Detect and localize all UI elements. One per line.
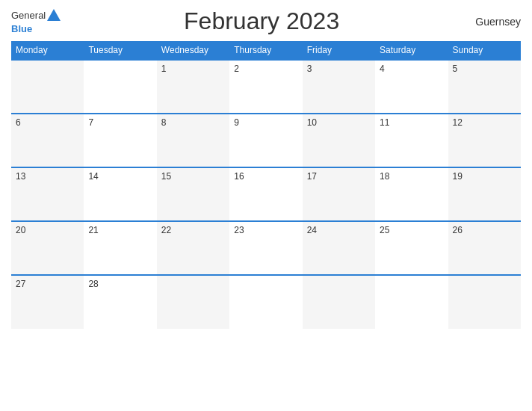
day-28: 28: [84, 275, 156, 329]
col-thursday: Thursday: [229, 41, 302, 60]
day-12: 12: [448, 114, 521, 167]
calendar-table: Monday Tuesday Wednesday Thursday Friday…: [11, 41, 521, 329]
day-18: 18: [375, 167, 448, 221]
day-14: 14: [84, 167, 156, 221]
col-tuesday: Tuesday: [84, 41, 156, 60]
day-16: 16: [229, 167, 302, 221]
logo-blue: Blue: [11, 24, 32, 34]
week-row-3: 13 14 15 16 17 18 19: [11, 167, 521, 221]
day-empty-3: [157, 275, 229, 329]
day-26: 26: [448, 221, 521, 275]
col-saturday: Saturday: [375, 41, 448, 60]
page-header: General Blue February 2023 Guernsey: [11, 7, 521, 35]
day-21: 21: [84, 221, 156, 275]
day-empty-7: [448, 275, 521, 329]
country-label: Guernsey: [461, 16, 521, 28]
days-header-row: Monday Tuesday Wednesday Thursday Friday…: [11, 41, 521, 60]
day-1: 1: [157, 60, 229, 114]
day-13: 13: [11, 167, 84, 221]
day-empty-6: [375, 275, 448, 329]
day-5: 5: [448, 60, 521, 114]
col-friday: Friday: [303, 41, 375, 60]
day-20: 20: [11, 221, 84, 275]
week-row-2: 6 7 8 9 10 11 12: [11, 114, 521, 167]
day-6: 6: [11, 114, 84, 167]
day-empty-4: [229, 275, 302, 329]
day-8: 8: [157, 114, 229, 167]
day-27: 27: [11, 275, 84, 329]
day-empty-5: [303, 275, 375, 329]
day-10: 10: [303, 114, 375, 167]
week-row-4: 20 21 22 23 24 25 26: [11, 221, 521, 275]
day-4: 4: [375, 60, 448, 114]
day-9: 9: [229, 114, 302, 167]
day-19: 19: [448, 167, 521, 221]
calendar-page: General Blue February 2023 Guernsey Mond…: [0, 0, 532, 411]
col-sunday: Sunday: [448, 41, 521, 60]
day-25: 25: [375, 221, 448, 275]
week-row-1: 1 2 3 4 5: [11, 60, 521, 114]
logo-icon: [46, 7, 62, 24]
day-7: 7: [84, 114, 156, 167]
svg-marker-0: [47, 9, 61, 21]
day-empty-1: [11, 60, 84, 114]
day-2: 2: [229, 60, 302, 114]
week-row-5: 27 28: [11, 275, 521, 329]
logo: General Blue: [11, 7, 62, 34]
day-22: 22: [157, 221, 229, 275]
page-title: February 2023: [62, 7, 461, 35]
day-empty-2: [84, 60, 156, 114]
col-monday: Monday: [11, 41, 84, 60]
logo-general: General: [11, 10, 46, 21]
day-11: 11: [375, 114, 448, 167]
col-wednesday: Wednesday: [157, 41, 229, 60]
day-23: 23: [229, 221, 302, 275]
day-17: 17: [303, 167, 375, 221]
day-15: 15: [157, 167, 229, 221]
day-24: 24: [303, 221, 375, 275]
day-3: 3: [303, 60, 375, 114]
